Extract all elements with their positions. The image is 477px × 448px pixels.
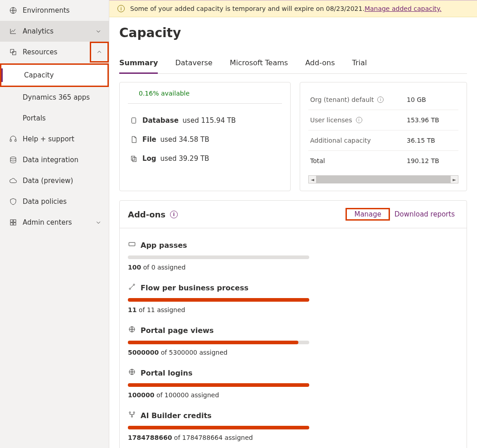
sidebar-label: Help + support [23, 135, 74, 143]
addon-total: of 100000 assigned [154, 391, 219, 399]
svg-point-14 [129, 288, 131, 289]
admin-centers-icon [9, 218, 23, 226]
sidebar-label: Admin centers [23, 218, 72, 226]
sidebar-label: Data policies [23, 198, 67, 206]
scroll-right-arrow-icon[interactable]: ► [450, 175, 458, 183]
svg-rect-7 [14, 220, 16, 222]
sidebar-item-analytics[interactable]: Analytics [0, 21, 109, 42]
chevron-down-icon [94, 27, 102, 35]
sources-row: Org (tenant) default i 10 GB [308, 90, 458, 110]
scroll-track[interactable] [316, 175, 450, 183]
addon-bar [128, 383, 309, 387]
addon-name: Portal page views [141, 326, 214, 335]
sources-row-label: Total [310, 157, 325, 164]
sources-row-label: Additional capacity [310, 137, 371, 144]
addon-used: 1784788660 [128, 434, 172, 441]
addon-portal-logins: Portal logins 100000 of 100000 assigned [128, 361, 458, 403]
chevron-up-icon [95, 48, 103, 56]
addon-bar [128, 298, 309, 302]
sources-row-value: 190.12 TB [407, 157, 457, 164]
available-text: 0.16% available [139, 90, 282, 97]
banner-link[interactable]: Manage added capacity. [365, 5, 442, 12]
manage-button[interactable]: Manage [350, 208, 385, 220]
sidebar-item-data-preview[interactable]: Data (preview) [0, 170, 109, 191]
sidebar-label: Dynamics 365 apps [23, 93, 90, 101]
tab-trial[interactable]: Trial [352, 56, 367, 73]
svg-rect-1 [10, 49, 14, 53]
sources-row: User licenses i 153.96 TB [308, 110, 458, 130]
addon-used: 100000 [128, 391, 154, 399]
addon-name: Flow per business process [141, 284, 248, 292]
tab-bar: Summary Dataverse Microsoft Teams Add-on… [119, 56, 467, 74]
addon-total: of 5300000 assigned [159, 349, 228, 356]
svg-rect-3 [10, 140, 11, 142]
addon-caption: 100 of 0 assigned [128, 264, 458, 271]
info-icon[interactable]: i [356, 117, 362, 123]
usage-row-label: Database [142, 116, 179, 125]
globe-icon [128, 368, 136, 378]
globe-icon [9, 6, 23, 14]
sidebar-item-help-support[interactable]: Help + support [0, 129, 109, 149]
addon-name: App passes [141, 241, 187, 250]
headset-icon [9, 135, 23, 143]
addon-bar [128, 255, 309, 259]
svg-rect-9 [14, 223, 16, 225]
usage-row-file: File used 34.58 TB [128, 131, 282, 150]
info-icon: i [117, 5, 125, 12]
sidebar-label: Data (preview) [23, 177, 73, 185]
svg-rect-6 [10, 220, 13, 222]
file-icon [130, 135, 138, 144]
sources-row-value: 36.15 TB [407, 137, 457, 144]
globe-icon [128, 325, 136, 335]
chevron-down-icon [94, 218, 102, 226]
info-icon[interactable]: i [377, 96, 384, 103]
svg-rect-10 [132, 118, 136, 123]
addons-title-text: Add-ons [128, 210, 165, 219]
resources-icon [9, 48, 23, 56]
svg-rect-11 [131, 156, 135, 160]
cloud-icon [9, 177, 23, 185]
addons-card: Add-ons i Manage Download reports App pa… [119, 200, 467, 448]
tab-addons[interactable]: Add-ons [305, 56, 335, 73]
sidebar-item-dynamics365[interactable]: Dynamics 365 apps [0, 87, 109, 108]
sidebar-item-resources[interactable]: Resources [0, 42, 109, 63]
sidebar-item-portals[interactable]: Portals [0, 108, 109, 129]
horizontal-scrollbar[interactable]: ◄ ► [308, 175, 458, 183]
log-icon [130, 154, 138, 163]
highlight-capacity-item: Capacity [0, 63, 109, 87]
usage-row-value: used 115.94 TB [183, 116, 236, 125]
addon-portal-page-views: Portal page views 5000000 of 5300000 ass… [128, 318, 458, 361]
sidebar-item-data-integration[interactable]: Data integration [0, 149, 109, 170]
svg-point-5 [10, 157, 16, 159]
svg-point-15 [133, 284, 135, 285]
database-icon [130, 116, 138, 125]
tab-summary[interactable]: Summary [119, 56, 158, 73]
usage-row-value: used 39.29 TB [160, 154, 209, 163]
sidebar-item-capacity[interactable]: Capacity [1, 65, 107, 86]
addon-caption: 100000 of 100000 assigned [128, 391, 458, 399]
download-reports-button[interactable]: Download reports [391, 208, 458, 220]
tab-dataverse[interactable]: Dataverse [175, 56, 212, 73]
page-title: Capacity [119, 25, 467, 40]
tab-microsoft-teams[interactable]: Microsoft Teams [230, 56, 288, 73]
app-pass-icon [128, 240, 136, 250]
usage-row-log: Log used 39.29 TB [128, 150, 282, 169]
capacity-sources-card: Org (tenant) default i 10 GB User licens… [300, 82, 467, 191]
shield-icon [9, 198, 23, 206]
sidebar-item-environments[interactable]: Environments [0, 0, 109, 21]
sidebar-item-data-policies[interactable]: Data policies [0, 191, 109, 212]
analytics-icon [9, 27, 23, 35]
usage-row-label: Log [142, 154, 156, 163]
svg-point-20 [131, 416, 133, 417]
sidebar-label: Resources [23, 48, 58, 56]
sidebar-label: Capacity [24, 71, 54, 79]
usage-row-value: used 34.58 TB [160, 135, 209, 144]
svg-rect-12 [133, 158, 136, 162]
sidebar-item-admin-centers[interactable]: Admin centers [0, 212, 109, 233]
info-icon[interactable]: i [170, 211, 178, 218]
scroll-left-arrow-icon[interactable]: ◄ [308, 175, 316, 183]
addon-caption: 1784788660 of 1784788664 assigned [128, 434, 458, 441]
sources-row-total: Total 190.12 TB [308, 151, 458, 171]
addon-used: 5000000 [128, 349, 159, 356]
addon-caption: 5000000 of 5300000 assigned [128, 349, 458, 356]
